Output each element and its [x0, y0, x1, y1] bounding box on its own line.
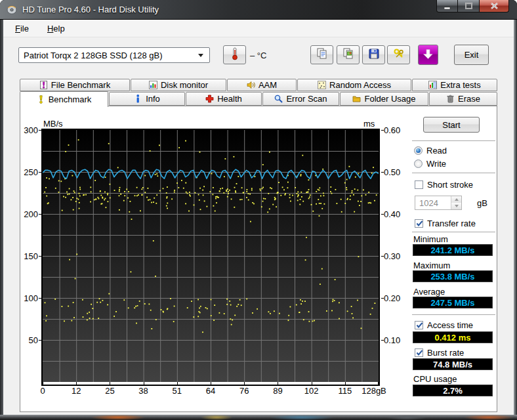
- toolbar: Patriot Torqx 2 128GB SSD (128 gB) – °C: [3, 37, 514, 77]
- drive-selector[interactable]: Patriot Torqx 2 128GB SSD (128 gB): [18, 47, 210, 63]
- download-arrow-icon: [423, 49, 434, 62]
- x-tick-label: 115: [338, 386, 352, 396]
- tab-label: Info: [146, 94, 160, 104]
- checkbox-checked-icon: [415, 219, 423, 228]
- x-tick: [278, 382, 278, 385]
- block-size-spinner[interactable]: 1024: [415, 196, 462, 210]
- minimize-button[interactable]: [436, 0, 458, 12]
- access-time-label: Access time: [427, 320, 473, 330]
- copy-text-button[interactable]: [310, 45, 333, 64]
- y-left-tick: [39, 340, 41, 341]
- y-right-tick: [381, 298, 384, 299]
- titlebar[interactable]: HD Tune Pro 4.60 - Hard Disk Utility: [0, 0, 517, 20]
- start-button[interactable]: Start: [423, 117, 480, 133]
- checkbox-checked-icon: [415, 348, 423, 357]
- maximize-button[interactable]: [458, 0, 480, 12]
- y-right-tick: [381, 214, 384, 215]
- separator: [412, 232, 495, 232]
- save-button[interactable]: [362, 45, 385, 64]
- x-tick: [244, 382, 245, 385]
- folder-usage-icon: [352, 94, 361, 103]
- info-icon: [134, 94, 142, 103]
- window-border-right: [514, 20, 517, 415]
- copy-image-icon: [342, 48, 354, 62]
- x-tick-label: 12: [72, 386, 81, 396]
- x-tick: [312, 382, 312, 385]
- y-left-tick-label: 300: [18, 125, 38, 135]
- tab-label: File Benchmark: [51, 80, 110, 90]
- temperature-readout: – °C: [250, 51, 266, 60]
- maximum-label: Maximum: [413, 261, 450, 270]
- aam-icon: [247, 81, 255, 89]
- tab-label: Folder Usage: [364, 94, 415, 104]
- copy-text-icon: [316, 48, 328, 62]
- x-tick-label: 25: [105, 386, 114, 396]
- block-size-value: 1024: [415, 198, 451, 208]
- burst-rate-checkbox[interactable]: Burst rate: [415, 348, 464, 358]
- options-button[interactable]: [387, 45, 410, 64]
- spin-up-button[interactable]: [451, 196, 461, 203]
- menu-item-help[interactable]: Help: [41, 21, 72, 36]
- x-tick-label: 38: [138, 386, 148, 396]
- tab-erase[interactable]: Erase: [429, 92, 497, 106]
- y-right-tick-label: 0.40: [384, 209, 400, 219]
- average-label: Average: [413, 287, 445, 297]
- y-right-tick-label: 0.10: [384, 335, 400, 345]
- x-tick-label: 128gB: [362, 386, 386, 396]
- radio-selected-icon: [414, 146, 423, 155]
- tab-label: Random Access: [329, 80, 391, 90]
- tab-random-access[interactable]: Random Access: [297, 79, 411, 91]
- app-icon: [7, 5, 17, 15]
- radio-unselected-icon: [414, 159, 423, 168]
- minimum-value: 241.2 MB/s: [413, 244, 493, 256]
- exit-button[interactable]: Exit: [454, 45, 489, 65]
- chevron-down-icon: [198, 54, 203, 57]
- cpu-usage-value: 2.7%: [413, 385, 493, 396]
- tab-health[interactable]: Health: [186, 92, 262, 106]
- y-left-tick: [39, 130, 41, 131]
- tab-extra-tests[interactable]: Extra tests: [412, 79, 497, 91]
- temperature-button[interactable]: [223, 45, 246, 64]
- read-radio[interactable]: Read: [414, 146, 447, 156]
- download-button[interactable]: [418, 45, 438, 65]
- x-tick-label: 89: [273, 386, 282, 396]
- x-tick-label: 0: [40, 386, 45, 396]
- access-time-checkbox[interactable]: Access time: [415, 320, 473, 330]
- close-icon[interactable]: [480, 0, 509, 12]
- benchmark-icon: [37, 95, 45, 104]
- tab-label: Extra tests: [440, 80, 480, 90]
- tab-error-scan[interactable]: Error Scan: [262, 92, 339, 106]
- x-tick: [345, 382, 346, 385]
- menu-item-file[interactable]: File: [9, 21, 35, 36]
- tab-folder-usage[interactable]: Folder Usage: [340, 92, 428, 106]
- checkbox-unchecked-icon: [415, 180, 423, 189]
- save-icon: [368, 48, 380, 62]
- benchmark-chart: [41, 129, 380, 386]
- y-left-tick: [39, 256, 41, 257]
- transfer-rate-checkbox[interactable]: Transfer rate: [415, 219, 476, 228]
- y-left-tick-label: 150: [18, 251, 38, 261]
- x-tick: [144, 382, 144, 385]
- y-right-tick-label: 0.60: [384, 125, 400, 135]
- separator: [412, 173, 495, 173]
- arrow-down-icon: [455, 205, 459, 207]
- tab-info[interactable]: Info: [109, 92, 185, 106]
- access-time-value: 0.412 ms: [413, 331, 493, 343]
- tab-label: Disk monitor: [161, 80, 208, 90]
- thermometer-icon: [231, 47, 239, 62]
- copy-image-button[interactable]: [337, 45, 360, 64]
- minimum-label: Minimum: [413, 234, 448, 244]
- separator: [412, 314, 495, 315]
- spin-down-button[interactable]: [451, 203, 461, 209]
- tab-disk-monitor[interactable]: Disk monitor: [131, 79, 226, 91]
- short-stroke-checkbox[interactable]: Short stroke: [415, 180, 473, 190]
- tab-file-benchmark[interactable]: File Benchmark: [20, 79, 130, 91]
- tab-aam[interactable]: AAM: [227, 79, 297, 91]
- tab-benchmark[interactable]: Benchmark: [20, 91, 108, 107]
- x-tick: [177, 382, 178, 385]
- random-access-icon: [318, 81, 326, 89]
- write-radio[interactable]: Write: [414, 159, 446, 169]
- write-radio-label: Write: [426, 159, 446, 169]
- x-tick-label: 64: [206, 386, 215, 396]
- y-right-tick: [381, 130, 384, 131]
